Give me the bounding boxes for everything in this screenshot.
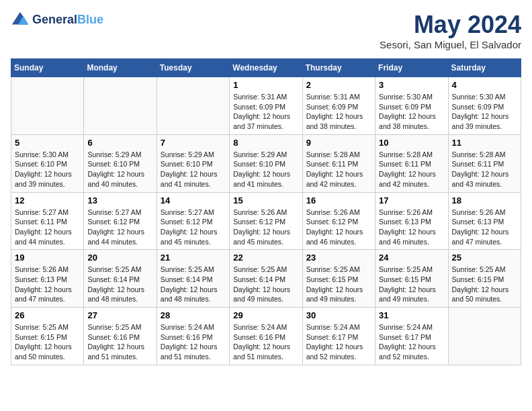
day-info: Sunrise: 5:25 AM Sunset: 6:15 PM Dayligh… [452, 265, 517, 304]
day-cell: 11Sunrise: 5:28 AM Sunset: 6:11 PM Dayli… [448, 134, 521, 192]
day-cell: 6Sunrise: 5:29 AM Sunset: 6:10 PM Daylig… [84, 134, 157, 192]
day-cell: 30Sunrise: 5:24 AM Sunset: 6:17 PM Dayli… [302, 308, 375, 365]
day-number: 28 [161, 310, 226, 320]
day-cell: 19Sunrise: 5:26 AM Sunset: 6:13 PM Dayli… [11, 250, 84, 308]
calendar-header: SundayMondayTuesdayWednesdayThursdayFrid… [11, 59, 521, 77]
day-number: 31 [379, 310, 444, 320]
day-number: 8 [233, 138, 298, 148]
day-cell: 9Sunrise: 5:28 AM Sunset: 6:11 PM Daylig… [302, 134, 375, 192]
day-info: Sunrise: 5:30 AM Sunset: 6:09 PM Dayligh… [379, 92, 444, 132]
day-info: Sunrise: 5:27 AM Sunset: 6:11 PM Dayligh… [15, 208, 80, 247]
day-number: 29 [233, 310, 298, 320]
day-number: 27 [87, 310, 152, 320]
day-info: Sunrise: 5:26 AM Sunset: 6:13 PM Dayligh… [15, 265, 80, 304]
day-cell: 1Sunrise: 5:31 AM Sunset: 6:09 PM Daylig… [230, 77, 302, 135]
day-info: Sunrise: 5:30 AM Sunset: 6:10 PM Dayligh… [15, 150, 80, 189]
day-cell: 10Sunrise: 5:28 AM Sunset: 6:11 PM Dayli… [375, 134, 448, 192]
day-cell: 23Sunrise: 5:25 AM Sunset: 6:15 PM Dayli… [302, 250, 375, 308]
day-number: 2 [306, 80, 371, 90]
day-info: Sunrise: 5:25 AM Sunset: 6:15 PM Dayligh… [306, 265, 371, 304]
day-info: Sunrise: 5:25 AM Sunset: 6:15 PM Dayligh… [15, 322, 80, 362]
day-info: Sunrise: 5:25 AM Sunset: 6:15 PM Dayligh… [379, 265, 444, 304]
weekday-header-tuesday: Tuesday [157, 59, 229, 77]
day-number: 15 [233, 195, 298, 205]
day-info: Sunrise: 5:26 AM Sunset: 6:12 PM Dayligh… [233, 208, 298, 247]
day-cell: 18Sunrise: 5:26 AM Sunset: 6:13 PM Dayli… [448, 192, 521, 250]
day-number: 3 [379, 80, 444, 90]
day-number: 11 [452, 138, 517, 148]
calendar-subtitle: Sesori, San Miguel, El Salvador [380, 39, 521, 50]
day-cell [84, 77, 157, 135]
day-number: 7 [161, 138, 226, 148]
day-cell: 7Sunrise: 5:29 AM Sunset: 6:10 PM Daylig… [157, 134, 229, 192]
week-row-1: 1Sunrise: 5:31 AM Sunset: 6:09 PM Daylig… [11, 77, 521, 135]
day-info: Sunrise: 5:29 AM Sunset: 6:10 PM Dayligh… [161, 150, 226, 189]
day-info: Sunrise: 5:29 AM Sunset: 6:10 PM Dayligh… [233, 150, 298, 189]
week-row-3: 12Sunrise: 5:27 AM Sunset: 6:11 PM Dayli… [11, 192, 521, 250]
day-cell: 2Sunrise: 5:31 AM Sunset: 6:09 PM Daylig… [302, 77, 375, 135]
day-info: Sunrise: 5:24 AM Sunset: 6:17 PM Dayligh… [379, 322, 444, 362]
day-number: 4 [452, 80, 517, 90]
day-info: Sunrise: 5:25 AM Sunset: 6:14 PM Dayligh… [87, 265, 152, 304]
weekday-header-monday: Monday [84, 59, 157, 77]
day-number: 24 [379, 253, 444, 263]
day-info: Sunrise: 5:25 AM Sunset: 6:14 PM Dayligh… [161, 265, 226, 304]
day-number: 10 [379, 138, 444, 148]
weekday-header-friday: Friday [375, 59, 448, 77]
day-number: 20 [87, 253, 152, 263]
day-info: Sunrise: 5:24 AM Sunset: 6:16 PM Dayligh… [161, 322, 226, 362]
logo: GeneralBlue [11, 11, 103, 30]
day-number: 9 [306, 138, 371, 148]
day-info: Sunrise: 5:24 AM Sunset: 6:16 PM Dayligh… [233, 322, 298, 362]
week-row-5: 26Sunrise: 5:25 AM Sunset: 6:15 PM Dayli… [11, 308, 521, 365]
day-info: Sunrise: 5:31 AM Sunset: 6:09 PM Dayligh… [306, 92, 371, 132]
day-info: Sunrise: 5:24 AM Sunset: 6:17 PM Dayligh… [306, 322, 371, 362]
day-info: Sunrise: 5:29 AM Sunset: 6:10 PM Dayligh… [87, 150, 152, 189]
day-cell: 25Sunrise: 5:25 AM Sunset: 6:15 PM Dayli… [448, 250, 521, 308]
weekday-header-saturday: Saturday [448, 59, 521, 77]
weekday-header-sunday: Sunday [11, 59, 84, 77]
day-number: 6 [87, 138, 152, 148]
day-cell [11, 77, 84, 135]
day-cell: 16Sunrise: 5:26 AM Sunset: 6:12 PM Dayli… [302, 192, 375, 250]
day-info: Sunrise: 5:26 AM Sunset: 6:12 PM Dayligh… [306, 208, 371, 247]
day-number: 21 [161, 253, 226, 263]
day-info: Sunrise: 5:30 AM Sunset: 6:09 PM Dayligh… [452, 92, 517, 132]
day-number: 26 [15, 310, 80, 320]
day-cell: 5Sunrise: 5:30 AM Sunset: 6:10 PM Daylig… [11, 134, 84, 192]
day-cell: 20Sunrise: 5:25 AM Sunset: 6:14 PM Dayli… [84, 250, 157, 308]
day-info: Sunrise: 5:27 AM Sunset: 6:12 PM Dayligh… [87, 208, 152, 247]
day-cell: 12Sunrise: 5:27 AM Sunset: 6:11 PM Dayli… [11, 192, 84, 250]
day-cell: 29Sunrise: 5:24 AM Sunset: 6:16 PM Dayli… [230, 308, 302, 365]
day-info: Sunrise: 5:28 AM Sunset: 6:11 PM Dayligh… [452, 150, 517, 189]
day-cell: 26Sunrise: 5:25 AM Sunset: 6:15 PM Dayli… [11, 308, 84, 365]
day-info: Sunrise: 5:31 AM Sunset: 6:09 PM Dayligh… [233, 92, 298, 132]
day-cell: 15Sunrise: 5:26 AM Sunset: 6:12 PM Dayli… [230, 192, 302, 250]
calendar-body: 1Sunrise: 5:31 AM Sunset: 6:09 PM Daylig… [11, 77, 521, 365]
logo-icon [11, 11, 30, 30]
day-number: 19 [15, 253, 80, 263]
day-info: Sunrise: 5:28 AM Sunset: 6:11 PM Dayligh… [379, 150, 444, 189]
day-number: 17 [379, 195, 444, 205]
day-number: 18 [452, 195, 517, 205]
day-cell: 24Sunrise: 5:25 AM Sunset: 6:15 PM Dayli… [375, 250, 448, 308]
weekday-header-row: SundayMondayTuesdayWednesdayThursdayFrid… [11, 59, 521, 77]
day-number: 12 [15, 195, 80, 205]
day-cell: 31Sunrise: 5:24 AM Sunset: 6:17 PM Dayli… [375, 308, 448, 365]
day-info: Sunrise: 5:27 AM Sunset: 6:12 PM Dayligh… [161, 208, 226, 247]
day-cell: 3Sunrise: 5:30 AM Sunset: 6:09 PM Daylig… [375, 77, 448, 135]
weekday-header-wednesday: Wednesday [230, 59, 302, 77]
day-cell [448, 308, 521, 365]
week-row-4: 19Sunrise: 5:26 AM Sunset: 6:13 PM Dayli… [11, 250, 521, 308]
day-cell: 22Sunrise: 5:25 AM Sunset: 6:14 PM Dayli… [230, 250, 302, 308]
day-number: 23 [306, 253, 371, 263]
day-cell: 4Sunrise: 5:30 AM Sunset: 6:09 PM Daylig… [448, 77, 521, 135]
day-number: 16 [306, 195, 371, 205]
day-info: Sunrise: 5:28 AM Sunset: 6:11 PM Dayligh… [306, 150, 371, 189]
day-cell: 17Sunrise: 5:26 AM Sunset: 6:13 PM Dayli… [375, 192, 448, 250]
day-number: 22 [233, 253, 298, 263]
day-cell: 13Sunrise: 5:27 AM Sunset: 6:12 PM Dayli… [84, 192, 157, 250]
page-header: GeneralBlue May 2024 Sesori, San Miguel,… [11, 11, 521, 50]
day-info: Sunrise: 5:25 AM Sunset: 6:14 PM Dayligh… [233, 265, 298, 304]
day-info: Sunrise: 5:26 AM Sunset: 6:13 PM Dayligh… [379, 208, 444, 247]
